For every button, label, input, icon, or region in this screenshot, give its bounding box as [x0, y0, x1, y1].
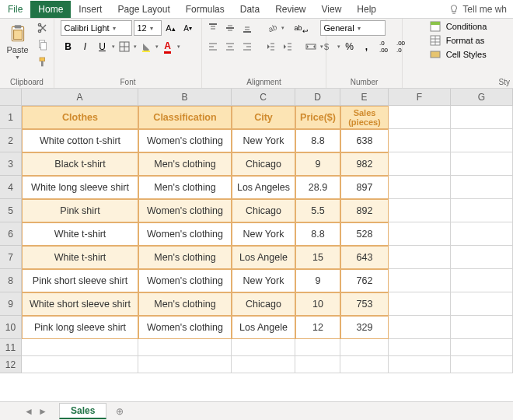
increase-indent-icon[interactable] — [280, 39, 295, 54]
table-cell[interactable]: Los Angele — [232, 246, 295, 269]
sheet-nav-next[interactable]: ► — [36, 406, 50, 417]
accounting-format-icon[interactable]: $ — [320, 39, 336, 54]
italic-button[interactable]: I — [78, 39, 93, 54]
table-cell[interactable]: 892 — [340, 199, 389, 222]
decrease-font-icon[interactable]: A▾ — [180, 20, 196, 36]
conditional-formatting-button[interactable]: Conditiona — [429, 20, 487, 33]
empty-cell[interactable] — [232, 339, 295, 356]
empty-cell[interactable] — [389, 199, 451, 222]
table-cell[interactable]: White t-shirt — [22, 246, 138, 269]
table-cell[interactable]: Chicago — [232, 199, 295, 222]
column-header[interactable]: D — [295, 89, 340, 106]
table-cell[interactable]: Women's clothing — [138, 316, 232, 339]
cut-button[interactable] — [35, 20, 51, 36]
empty-cell[interactable] — [389, 129, 451, 152]
tab-home[interactable]: Home — [30, 1, 71, 18]
align-bottom-icon[interactable] — [239, 20, 255, 36]
font-color-button[interactable]: A — [160, 39, 176, 54]
decrease-indent-icon[interactable] — [263, 39, 278, 54]
table-cell[interactable]: White cotton t-shirt — [22, 129, 138, 152]
table-cell[interactable]: New York — [232, 129, 295, 152]
copy-button[interactable] — [35, 37, 51, 53]
increase-font-icon[interactable]: A▴ — [163, 20, 179, 36]
table-cell[interactable]: New York — [232, 269, 295, 292]
worksheet-area[interactable]: ABCDEFG1ClothesClassificationCityPrice($… — [0, 89, 513, 401]
empty-cell[interactable] — [451, 199, 513, 222]
table-cell[interactable]: Pink shirt — [22, 199, 138, 222]
table-cell[interactable]: 12 — [295, 316, 340, 339]
format-as-table-button[interactable]: Format as — [429, 34, 485, 47]
empty-cell[interactable] — [451, 316, 513, 339]
tab-review[interactable]: Review — [267, 1, 313, 18]
table-cell[interactable]: Chicago — [232, 152, 295, 176]
column-header[interactable]: F — [389, 89, 451, 106]
empty-cell[interactable] — [389, 222, 451, 246]
row-header[interactable]: 12 — [0, 356, 22, 373]
table-cell[interactable]: Men's clothing — [138, 176, 232, 199]
table-cell[interactable]: 762 — [340, 269, 389, 292]
empty-cell[interactable] — [451, 176, 513, 199]
empty-cell[interactable] — [451, 339, 513, 356]
tab-formulas[interactable]: Formulas — [178, 1, 232, 18]
tab-view[interactable]: View — [314, 1, 350, 18]
table-cell[interactable]: Los Angeles — [232, 176, 295, 199]
table-cell[interactable]: Men's clothing — [138, 292, 232, 316]
comma-format-icon[interactable]: , — [359, 39, 375, 54]
table-cell[interactable]: White t-shirt — [22, 222, 138, 246]
row-header[interactable]: 7 — [0, 246, 22, 269]
empty-cell[interactable] — [389, 339, 451, 356]
empty-cell[interactable] — [295, 356, 340, 373]
table-cell[interactable]: 638 — [340, 129, 389, 152]
empty-cell[interactable] — [389, 269, 451, 292]
empty-cell[interactable] — [451, 292, 513, 316]
table-header-cell[interactable]: Sales (pieces) — [340, 106, 389, 129]
table-cell[interactable]: Black t-shirt — [22, 152, 138, 176]
row-header[interactable]: 5 — [0, 199, 22, 222]
empty-cell[interactable] — [138, 339, 232, 356]
column-header[interactable]: G — [451, 89, 513, 106]
table-cell[interactable]: Women's clothing — [138, 222, 232, 246]
orientation-icon[interactable]: ab — [264, 20, 280, 36]
row-header[interactable]: 8 — [0, 269, 22, 292]
cell-styles-button[interactable]: Cell Styles — [429, 48, 487, 61]
wrap-text-icon[interactable]: ab↩ — [294, 20, 309, 36]
empty-cell[interactable] — [340, 356, 389, 373]
fill-color-button[interactable] — [138, 39, 154, 54]
table-header-cell[interactable]: Price($) — [295, 106, 340, 129]
column-header[interactable]: A — [22, 89, 138, 106]
table-cell[interactable]: Men's clothing — [138, 152, 232, 176]
select-all-cell[interactable] — [0, 89, 22, 106]
table-cell[interactable]: Women's clothing — [138, 129, 232, 152]
column-header[interactable]: E — [340, 89, 389, 106]
table-cell[interactable]: 528 — [340, 222, 389, 246]
column-header[interactable]: C — [232, 89, 295, 106]
table-cell[interactable]: 982 — [340, 152, 389, 176]
empty-cell[interactable] — [389, 152, 451, 176]
table-cell[interactable]: 15 — [295, 246, 340, 269]
table-cell[interactable]: New York — [232, 222, 295, 246]
tab-file[interactable]: File — [0, 1, 30, 18]
bold-button[interactable]: B — [61, 39, 76, 54]
align-left-icon[interactable] — [205, 39, 221, 54]
sheet-nav-prev[interactable]: ◄ — [22, 406, 36, 417]
empty-cell[interactable] — [451, 129, 513, 152]
table-cell[interactable]: 643 — [340, 246, 389, 269]
empty-cell[interactable] — [389, 356, 451, 373]
table-cell[interactable]: Chicago — [232, 292, 295, 316]
row-header[interactable]: 9 — [0, 292, 22, 316]
empty-cell[interactable] — [389, 316, 451, 339]
row-header[interactable]: 1 — [0, 106, 22, 129]
empty-cell[interactable] — [389, 176, 451, 199]
empty-cell[interactable] — [389, 292, 451, 316]
table-cell[interactable]: White long sleeve shirt — [22, 176, 138, 199]
align-top-icon[interactable] — [205, 20, 221, 36]
empty-cell[interactable] — [232, 356, 295, 373]
empty-cell[interactable] — [138, 356, 232, 373]
tab-page-layout[interactable]: Page Layout — [110, 1, 177, 18]
row-header[interactable]: 11 — [0, 339, 22, 356]
table-cell[interactable]: Women's clothing — [138, 269, 232, 292]
align-center-icon[interactable] — [222, 39, 238, 54]
row-header[interactable]: 2 — [0, 129, 22, 152]
tab-help[interactable]: Help — [349, 1, 384, 18]
row-header[interactable]: 4 — [0, 176, 22, 199]
